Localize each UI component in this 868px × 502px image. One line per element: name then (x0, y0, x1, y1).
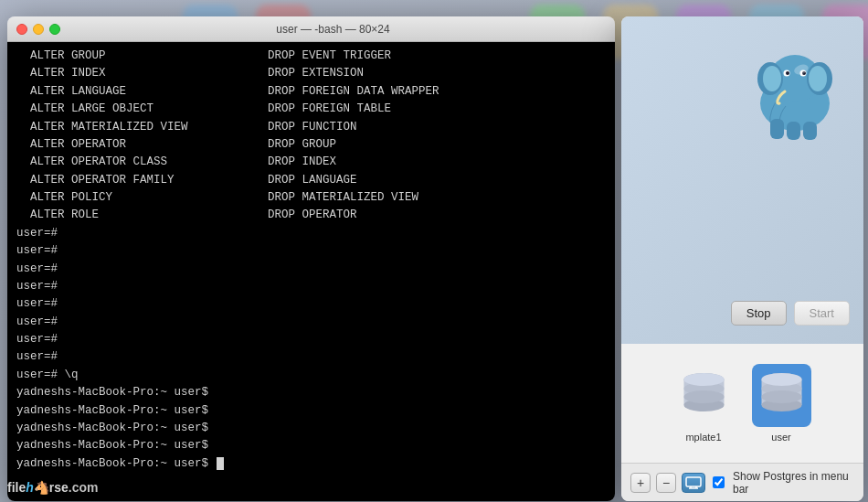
shell-line-5: yadneshs-MacBook-Pro:~ user$ (16, 455, 606, 473)
cmd-line-6: ALTER OPERATOR (16, 136, 254, 154)
panel-top: Stop Start (621, 16, 863, 344)
shell-line-4: yadneshs-MacBook-Pro:~ user$ (16, 437, 606, 454)
terminal-window: user — -bash — 80×24 ALTER GROUP ALTER I… (7, 16, 615, 501)
watermark: fileh🐴rse.com (7, 480, 99, 495)
start-button[interactable]: Start (794, 301, 850, 326)
terminal-titlebar: user — -bash — 80×24 (7, 16, 615, 42)
prompt-7: user=# (16, 331, 606, 348)
svg-point-18 (683, 390, 724, 403)
drop-line-2: DROP EXTENSION (254, 65, 606, 82)
show-postgres-checkbox[interactable] (713, 476, 725, 488)
cmd-line-7: ALTER OPERATOR CLASS (16, 154, 254, 171)
traffic-lights (16, 24, 60, 35)
maximize-button[interactable] (49, 24, 60, 35)
toolbar-left: + − (630, 473, 705, 493)
monitor-button[interactable] (682, 473, 705, 493)
db-template1-item[interactable]: mplate1 (674, 364, 734, 443)
terminal-cursor (217, 457, 224, 470)
drop-line-4: DROP FOREIGN TABLE (254, 101, 606, 118)
prompt-5: user=# (16, 295, 606, 313)
terminal-col2: DROP EVENT TRIGGER DROP EXTENSION DROP F… (254, 48, 606, 225)
cmd-line-10: ALTER ROLE (16, 207, 254, 224)
prompt-1: user=# (16, 225, 606, 242)
db-user-label: user (771, 432, 790, 443)
cmd-line-1: ALTER GROUP (16, 48, 254, 65)
terminal-commands-row: ALTER GROUP ALTER INDEX ALTER LANGUAGE A… (16, 48, 606, 225)
drop-line-3: DROP FOREIGN DATA WRAPPER (254, 83, 606, 101)
cmd-line-2: ALTER INDEX (16, 65, 254, 82)
toolbar-right: Show Postgres in menu bar (713, 470, 854, 496)
drop-line-1: DROP EVENT TRIGGER (254, 48, 606, 65)
svg-rect-26 (686, 477, 701, 486)
shell-line-3: yadneshs-MacBook-Pro:~ user$ (16, 420, 606, 437)
cmd-line-3: ALTER LANGUAGE (16, 83, 254, 101)
action-buttons: Stop Start (731, 301, 850, 326)
close-button[interactable] (16, 24, 27, 35)
prompt-4: user=# (16, 278, 606, 295)
svg-rect-10 (770, 119, 784, 139)
drop-line-8: DROP LANGUAGE (254, 172, 606, 189)
prompt-8: user=# (16, 348, 606, 366)
prompt-6: user=# (16, 314, 606, 331)
shell-line-2: yadneshs-MacBook-Pro:~ user$ (16, 402, 606, 420)
db-user-item[interactable]: user (752, 364, 811, 443)
bottom-toolbar: + − Show Postgres in menu bar (621, 463, 863, 501)
terminal-title: user — -bash — 80×24 (60, 23, 606, 36)
elephant-icon (745, 44, 845, 144)
terminal-body[interactable]: ALTER GROUP ALTER INDEX ALTER LANGUAGE A… (7, 42, 615, 501)
minimize-button[interactable] (33, 24, 44, 35)
add-button[interactable]: + (630, 473, 651, 493)
cmd-line-9: ALTER POLICY (16, 189, 254, 207)
prompt-2: user=# (16, 242, 606, 260)
svg-rect-12 (803, 122, 817, 140)
drop-line-7: DROP INDEX (254, 154, 606, 171)
remove-button[interactable]: − (656, 473, 676, 493)
prompt-3: user=# (16, 261, 606, 278)
drop-line-6: DROP GROUP (254, 136, 606, 154)
svg-point-24 (761, 390, 801, 403)
svg-point-19 (683, 373, 724, 386)
right-panel: Stop Start mplate1 (621, 16, 863, 501)
svg-point-3 (763, 66, 781, 91)
drop-line-10: DROP OPERATOR (254, 207, 606, 224)
db-template1-label: mplate1 (685, 432, 721, 443)
terminal-col1: ALTER GROUP ALTER INDEX ALTER LANGUAGE A… (16, 48, 254, 225)
cmd-line-5: ALTER MATERIALIZED VIEW (16, 119, 254, 136)
db-user-icon-box (752, 364, 811, 427)
show-postgres-label: Show Postgres in menu bar (733, 470, 854, 496)
db-icons-section: mplate1 user (621, 344, 863, 463)
db-template1-icon-box (674, 364, 734, 427)
stop-button[interactable]: Stop (731, 301, 787, 326)
drop-line-9: DROP MATERIALIZED VIEW (254, 189, 606, 207)
svg-point-25 (761, 373, 801, 386)
cmd-line-8: ALTER OPERATOR FAMILY (16, 172, 254, 189)
svg-rect-11 (787, 122, 800, 140)
cmd-line-4: ALTER LARGE OBJECT (16, 101, 254, 118)
drop-line-5: DROP FUNCTION (254, 119, 606, 136)
svg-point-8 (786, 71, 789, 75)
shell-line-1: yadneshs-MacBook-Pro:~ user$ (16, 384, 606, 401)
prompt-quit: user=# \q (16, 367, 606, 384)
svg-point-5 (809, 66, 827, 91)
